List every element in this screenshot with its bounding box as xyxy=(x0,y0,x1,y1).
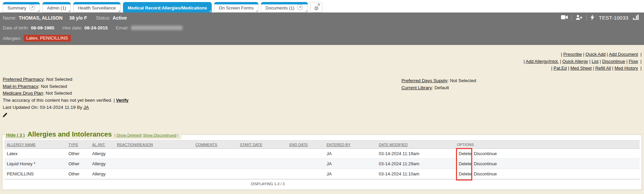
discontinue-link[interactable]: Discontinue xyxy=(474,161,497,166)
pharmacy-info: Preferred PharmacyNot Selected Mail-In P… xyxy=(3,76,128,119)
table-header: ALLERGY NAME TYPE AL./INT. REACTION/REAS… xyxy=(4,140,640,149)
settings-button[interactable]: ⚙ ⚙ xyxy=(310,2,323,13)
dob-value: 08-09-1985 xyxy=(31,25,54,30)
verify-link[interactable]: Verify xyxy=(116,98,128,103)
delete-link[interactable]: Delete xyxy=(459,171,472,176)
patient-id: TEST-10033 xyxy=(599,15,628,21)
cell-date-modified: 03-14-2024 11:10am xyxy=(376,171,455,176)
cell-entered-by: JA xyxy=(324,161,376,166)
section-title: Allergies and Intolerances xyxy=(27,130,112,138)
col-header-reaction-reason[interactable]: REACTION/REASON xyxy=(115,143,193,147)
action-link-quick-add[interactable]: Quick Add xyxy=(585,52,605,57)
mail-in-pharmacy-link[interactable]: Mail-In Pharmacy xyxy=(3,84,38,89)
action-link-refill-all[interactable]: Refill All xyxy=(595,66,611,71)
supply-info: Preferred Days SupplyNot Selected Curren… xyxy=(401,77,476,91)
add-person-icon[interactable] xyxy=(576,15,583,21)
patient-age-sex: 38 y/o F xyxy=(69,15,87,21)
action-link-list[interactable]: List xyxy=(592,59,599,64)
status-label: Status: xyxy=(96,15,111,21)
hire-date-label: Hire date: xyxy=(62,25,82,30)
show-deleted-link[interactable]: Show Deleted xyxy=(117,133,141,137)
col-header-type[interactable]: TYPE xyxy=(66,143,90,147)
cell-date-modified: 03-14-2024 11:19am xyxy=(376,151,455,156)
preferred-pharmacy-link[interactable]: Preferred Pharmacy xyxy=(3,77,44,82)
cell-allergy-name: Latex xyxy=(4,151,66,156)
tab-documents[interactable]: Documents (1) xyxy=(261,2,308,13)
cell-options: Delete Discontinue xyxy=(455,161,640,166)
edit-pencil-icon[interactable] xyxy=(3,113,7,120)
action-link-flow[interactable]: Flow xyxy=(629,59,638,64)
action-link-pat-ed[interactable]: Pat.Ed xyxy=(554,66,567,71)
main-content: Prescribe Quick Add Add Document Add All… xyxy=(0,45,644,194)
table-footer: DISPLAYING 1-3 / 3 xyxy=(4,179,640,188)
current-library-link[interactable]: Current Library xyxy=(401,85,432,90)
tab-admin[interactable]: Admin (1) xyxy=(42,2,71,13)
delete-link[interactable]: Delete xyxy=(459,151,472,156)
col-header-entered-by[interactable]: ENTERED BY xyxy=(324,143,376,147)
cell-options: Delete Discontinue xyxy=(455,171,640,176)
popout-icon[interactable] xyxy=(297,4,303,11)
cell-date-modified: 03-14-2024 11:29am xyxy=(376,161,455,166)
preferred-days-supply-link[interactable]: Preferred Days Supply xyxy=(401,78,448,83)
patient-name: THOMAS, ALLISON xyxy=(19,15,62,21)
col-header-allergy-name[interactable]: ALLERGY NAME xyxy=(4,143,66,147)
colon xyxy=(38,84,41,89)
action-link-add-document[interactable]: Add Document xyxy=(609,52,638,57)
action-link-quick-allergy[interactable]: Quick Allergy xyxy=(562,59,588,64)
lightning-icon[interactable] xyxy=(590,15,595,21)
action-link-add-allergy-intol[interactable]: Add Allergy/Intol. xyxy=(526,59,559,64)
cell-allergy-name: Liquid Honey * xyxy=(4,161,66,166)
tab-health-surveillance[interactable]: Health Surveillance xyxy=(73,2,121,13)
tab-on-screen-forms[interactable]: On Screen Forms xyxy=(214,2,258,13)
action-links-row2: Add Allergy/Intol. Quick Allergy List Di… xyxy=(524,58,642,65)
divider xyxy=(586,15,587,21)
colon xyxy=(432,85,435,90)
action-links: Prescribe Quick Add Add Document Add All… xyxy=(524,51,642,72)
col-header-al-int[interactable]: AL./INT. xyxy=(90,143,115,147)
medicare-drug-plan-value: Not Selected xyxy=(46,91,72,96)
preferred-days-supply-value: Not Selected xyxy=(450,78,476,83)
verify-line: The accuracy of this content has not yet… xyxy=(3,97,128,104)
cell-type: Other xyxy=(66,151,90,156)
cell-entered-by: JA xyxy=(324,151,376,156)
col-header-options: OPTIONS xyxy=(455,143,640,147)
medicare-drug-plan-link[interactable]: Medicare Drug Plan xyxy=(3,91,43,96)
action-links-row1: Prescribe Quick Add Add Document xyxy=(524,51,642,58)
hide-link[interactable]: Hide ( 3 ) xyxy=(6,132,25,138)
col-header-start-date[interactable]: START DATE xyxy=(237,143,287,147)
discontinue-link[interactable]: Discontinue xyxy=(474,151,497,156)
col-header-end-date[interactable]: END DATE xyxy=(287,143,324,147)
col-header-date-modified[interactable]: DATE MODIFIED xyxy=(376,143,455,147)
table-row-penicillins: PENICILLINS Other Allergy JA 03-14-2024 … xyxy=(4,169,640,179)
col-header-comments[interactable]: COMMENTS xyxy=(193,143,237,147)
allergies-badge[interactable]: Latex, PENICILLINS xyxy=(24,35,71,42)
popout-icon[interactable] xyxy=(29,4,35,11)
info-line: Mail-In PharmacyNot Selected xyxy=(3,83,128,90)
chart-icon[interactable] xyxy=(633,15,639,21)
last-updated-by-link[interactable]: JA xyxy=(83,105,89,110)
cell-allergy-name: PENICILLINS xyxy=(4,171,66,176)
tab-medical-record-allergies-medications[interactable]: Medical Record:Allergies/Medications xyxy=(123,2,212,13)
tab-summary[interactable]: Summary xyxy=(3,2,40,13)
action-link-prescribe[interactable]: Prescribe xyxy=(563,52,582,57)
cell-al-int: Allergy xyxy=(90,161,115,166)
table-row-latex: Latex Other Allergy JA 03-14-2024 11:19a… xyxy=(4,149,640,159)
action-link-med-history[interactable]: Med History xyxy=(615,66,638,71)
table-row-liquid-honey: Liquid Honey * Other Allergy JA 03-14-20… xyxy=(4,159,640,169)
gear-small-icon: ⚙ xyxy=(317,3,320,6)
delete-link[interactable]: Delete xyxy=(459,161,472,166)
last-updated-line: Last Updated On: 03-14-2024 11:19 By JA xyxy=(3,104,128,111)
cell-type: Other xyxy=(66,171,90,176)
video-camera-icon[interactable] xyxy=(561,15,568,21)
info-line: Medicare Drug PlanNot Selected xyxy=(3,90,128,97)
action-link-discontinue[interactable]: Discontinue xyxy=(602,59,625,64)
tab-label: Health Surveillance xyxy=(78,5,116,10)
allergies-section-legend: Hide ( 3 ) Allergies and Intolerances Sh… xyxy=(5,129,181,139)
email-label: Email: xyxy=(116,25,129,30)
show-discontinued-link[interactable]: Show Discontinued xyxy=(143,133,176,137)
cell-type: Other xyxy=(66,161,90,166)
tab-label: Admin (1) xyxy=(47,5,66,10)
tab-bar: Summary Admin (1) Health Surveillance Me… xyxy=(0,0,644,13)
action-link-med-sheet[interactable]: Med Sheet xyxy=(570,66,592,71)
discontinue-link[interactable]: Discontinue xyxy=(474,171,497,176)
